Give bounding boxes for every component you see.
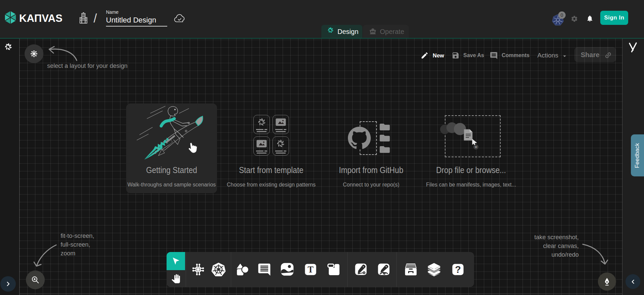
svg-text:?: ? [455,264,461,275]
svg-text:T: T [308,265,314,275]
